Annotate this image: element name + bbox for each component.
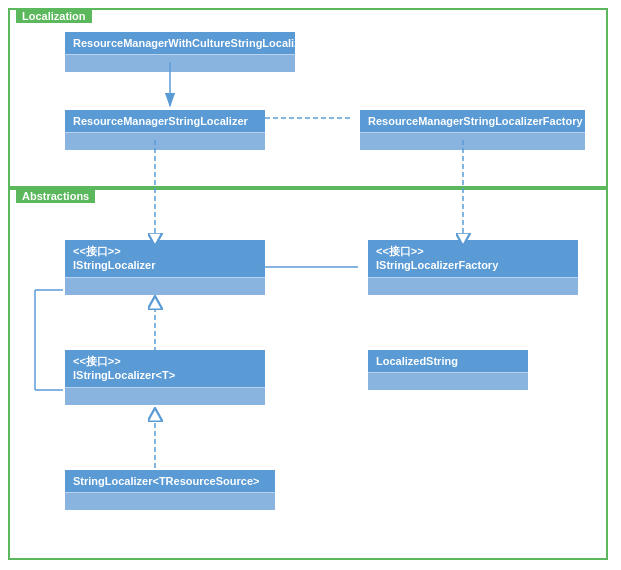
abstractions-group: Abstractions <<接口>> IStringLocalizer <<接… xyxy=(8,188,608,560)
box-header: LocalizedString xyxy=(368,350,528,372)
box-header: StringLocalizer<TResourceSource> xyxy=(65,470,275,492)
box-istring-localizer-t: <<接口>> IStringLocalizer<T> xyxy=(65,350,265,405)
box-string-localizer-t: StringLocalizer<TResourceSource> xyxy=(65,470,275,510)
box-resource-manager-with-culture: ResourceManagerWithCultureStringLocalize… xyxy=(65,32,295,72)
stereotype: <<接口>> xyxy=(73,244,257,258)
box-header: <<接口>> IStringLocalizerFactory xyxy=(368,240,578,277)
box-istring-localizer: <<接口>> IStringLocalizer xyxy=(65,240,265,295)
box-name: IStringLocalizerFactory xyxy=(376,258,570,272)
box-istring-localizer-factory: <<接口>> IStringLocalizerFactory xyxy=(368,240,578,295)
box-header: <<接口>> IStringLocalizer<T> xyxy=(65,350,265,387)
box-name: IStringLocalizer xyxy=(73,258,257,272)
box-body xyxy=(368,372,528,390)
box-header: ResourceManagerWithCultureStringLocalize… xyxy=(65,32,295,54)
box-header: ResourceManagerStringLocalizer xyxy=(65,110,265,132)
diagram-area: Localization ResourceManagerWithCultureS… xyxy=(0,0,621,570)
box-body xyxy=(65,387,265,405)
box-resource-manager-string: ResourceManagerStringLocalizer xyxy=(65,110,265,150)
box-body xyxy=(65,132,265,150)
box-body xyxy=(360,132,585,150)
abstractions-label: Abstractions xyxy=(16,189,95,203)
box-body xyxy=(65,54,295,72)
box-resource-manager-factory: ResourceManagerStringLocalizerFactory xyxy=(360,110,585,150)
box-body xyxy=(65,277,265,295)
stereotype: <<接口>> xyxy=(73,354,257,368)
box-header: <<接口>> IStringLocalizer xyxy=(65,240,265,277)
stereotype: <<接口>> xyxy=(376,244,570,258)
box-body xyxy=(368,277,578,295)
box-header: ResourceManagerStringLocalizerFactory xyxy=(360,110,585,132)
localization-label: Localization xyxy=(16,9,92,23)
box-name: IStringLocalizer<T> xyxy=(73,368,257,382)
box-body xyxy=(65,492,275,510)
localization-group: Localization ResourceManagerWithCultureS… xyxy=(8,8,608,188)
box-localized-string: LocalizedString xyxy=(368,350,528,390)
